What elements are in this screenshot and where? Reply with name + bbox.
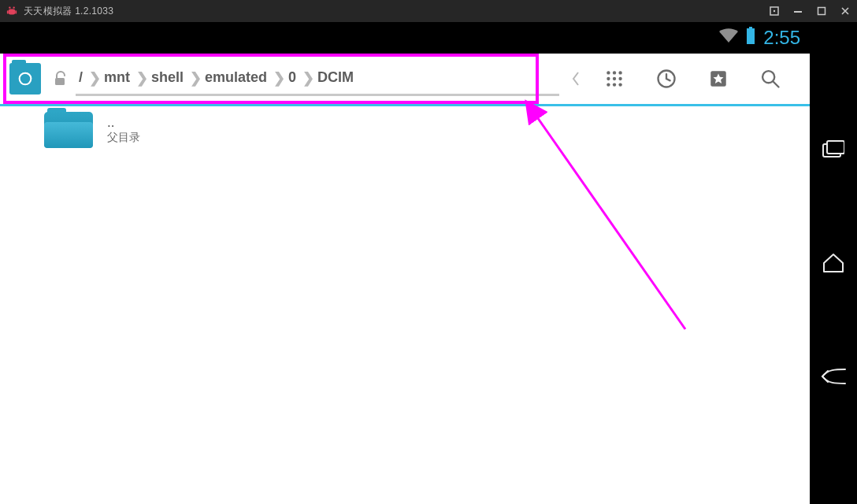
parent-directory-row[interactable]: .. 父目录 [0,106,810,154]
svg-point-0 [9,6,10,8]
svg-rect-27 [827,141,844,154]
view-grid-button[interactable] [589,60,640,98]
nav-back-button[interactable] [818,361,848,391]
app-icon[interactable] [9,63,41,94]
chevron-right-icon: ❯ [136,69,148,87]
window-drop-target-icon[interactable] [762,0,786,22]
chevron-right-icon: ❯ [302,69,314,87]
lock-icon[interactable] [47,69,74,88]
chevron-right-icon: ❯ [273,69,285,87]
history-button[interactable] [641,60,692,98]
svg-point-6 [774,10,775,12]
file-name: .. [107,115,140,131]
svg-rect-4 [15,10,17,13]
svg-point-16 [607,77,610,80]
crumb-mnt[interactable]: ❯mnt [86,69,133,87]
svg-rect-8 [818,8,825,15]
file-manager-toolbar: / ❯mnt ❯shell ❯emulated ❯0 ❯DCIM [0,54,810,104]
svg-rect-10 [747,28,755,44]
battery-icon [746,27,755,49]
emulator-title: 天天模拟器 1.2.1033 [24,5,113,18]
crumb-root[interactable]: / [76,69,86,86]
status-clock: 2:55 [763,27,800,49]
nav-recent-button[interactable] [818,135,848,165]
nav-home-button[interactable] [818,248,848,278]
svg-rect-9 [749,27,752,28]
svg-point-19 [607,83,610,86]
svg-point-13 [607,71,610,74]
android-status-bar: 2:55 [0,22,810,54]
svg-point-20 [613,83,616,86]
window-minimize-button[interactable] [786,0,810,22]
svg-point-21 [618,83,621,86]
svg-rect-3 [7,10,9,13]
file-list[interactable]: .. 父目录 [0,106,810,504]
breadcrumb[interactable]: / ❯mnt ❯shell ❯emulated ❯0 ❯DCIM [76,61,559,96]
file-manager-app: / ❯mnt ❯shell ❯emulated ❯0 ❯DCIM [0,54,810,504]
window-maximize-button[interactable] [810,0,833,22]
emulator-titlebar: 天天模拟器 1.2.1033 [0,0,857,22]
crumb-shell[interactable]: ❯shell [133,69,187,87]
file-subtitle: 父目录 [107,131,140,145]
svg-point-18 [618,77,621,80]
svg-point-1 [13,6,14,8]
svg-point-17 [613,77,616,80]
android-nav-bar [810,22,857,504]
folder-icon [44,112,93,148]
wifi-icon [719,27,738,49]
svg-rect-2 [9,9,16,14]
bookmarks-button[interactable] [693,60,744,98]
crumb-0[interactable]: ❯0 [270,69,299,87]
search-button[interactable] [745,60,796,98]
svg-rect-12 [55,78,65,85]
crumb-emulated[interactable]: ❯emulated [187,69,270,87]
chevron-right-icon: ❯ [190,69,202,87]
chevron-right-icon: ❯ [89,69,101,87]
emulator-logo-icon [3,6,20,17]
window-close-button[interactable] [833,0,857,22]
svg-point-14 [613,71,616,74]
breadcrumb-scroll-left[interactable] [564,71,588,87]
svg-point-15 [618,71,621,74]
crumb-dcim[interactable]: ❯DCIM [299,69,357,87]
svg-rect-7 [794,11,802,13]
